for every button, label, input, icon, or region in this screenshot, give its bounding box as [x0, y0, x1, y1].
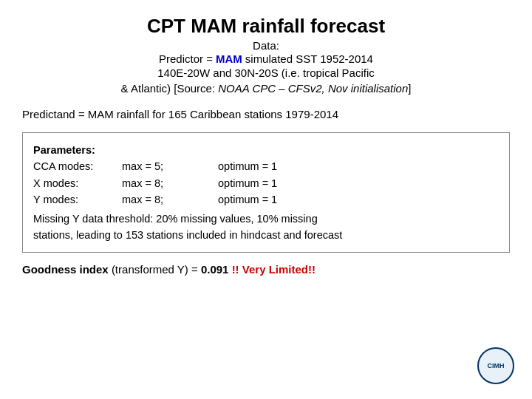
very-limited: !! Very Limited!! — [232, 263, 316, 276]
cca-max: max = 5; — [122, 158, 218, 174]
predictor-source: & Atlantic) [Source: NOAA CPC – CFSv2, N… — [121, 82, 412, 95]
cca-optimum: optimum = 1 — [218, 158, 366, 174]
goodness-paren: (transformed Y) = — [112, 263, 201, 276]
parameters-box: Parameters: CCA modes: max = 5; optimum … — [22, 132, 510, 253]
predictor-line3: & Atlantic) [Source: NOAA CPC – CFSv2, N… — [22, 81, 510, 96]
logo-area: CIMH — [477, 347, 516, 386]
predictor-line: Predictor = MAM simulated SST 1952-2014 — [22, 52, 510, 65]
predictor-prefix: Predictor = — [159, 52, 213, 65]
x-max: max = 8; — [122, 175, 218, 191]
logo-circle: CIMH — [477, 347, 514, 384]
x-label: X modes: — [33, 175, 122, 191]
goodness-prefix: Goodness index — [22, 263, 109, 276]
predictand-section: Predictand = MAM rainfall for 165 Caribb… — [22, 108, 510, 120]
page-container: CPT MAM rainfall forecast Data: Predicto… — [0, 0, 532, 399]
goodness-value: 0.091 — [201, 263, 229, 276]
predictand-label: Predictand = — [22, 108, 85, 120]
goodness-section: Goodness index (transformed Y) = 0.091 !… — [22, 263, 510, 276]
missing-text: Missing Y data threshold: 20% missing va… — [33, 211, 499, 244]
mam-highlight: MAM — [216, 52, 242, 65]
main-title: CPT MAM rainfall forecast — [22, 15, 510, 38]
y-label: Y modes: — [33, 191, 122, 208]
predictand-text: MAM rainfall for 165 Caribbean stations … — [88, 108, 338, 120]
predictor-line2: 140E-20W and 30N-20S (i.e. tropical Paci… — [22, 65, 510, 81]
source-italic: NOAA CPC – CFSv2, Nov initialisation — [218, 82, 408, 95]
missing-line1: Missing Y data threshold: 20% missing va… — [33, 211, 499, 228]
params-grid: CCA modes: max = 5; optimum = 1 X modes:… — [33, 158, 499, 208]
y-max: max = 8; — [122, 191, 218, 208]
predictor-rest: simulated SST 1952-2014 — [245, 52, 373, 65]
params-title: Parameters: — [33, 142, 499, 158]
data-label: Data: — [22, 39, 510, 52]
cca-label: CCA modes: — [33, 158, 122, 174]
logo-text: CIMH — [488, 362, 505, 369]
x-optimum: optimum = 1 — [218, 175, 366, 191]
missing-line2: stations, leading to 153 stations includ… — [33, 228, 499, 244]
y-optimum: optimum = 1 — [218, 191, 366, 208]
title-section: CPT MAM rainfall forecast Data: Predicto… — [22, 15, 510, 96]
